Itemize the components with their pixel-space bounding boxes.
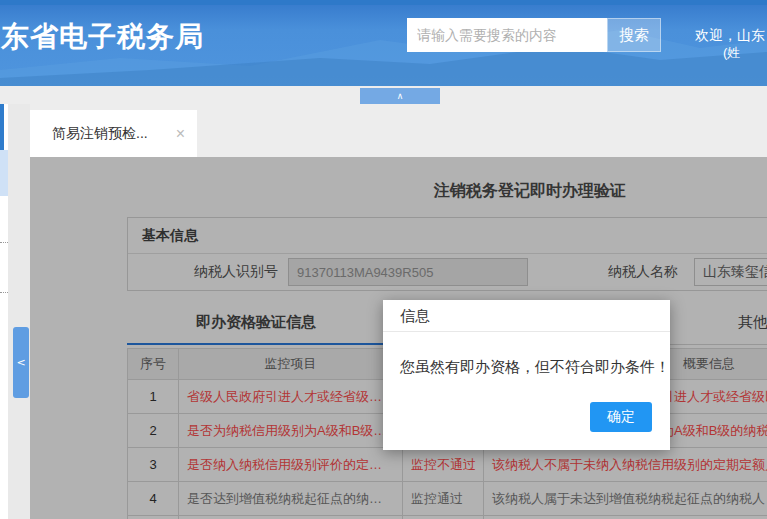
welcome-line-2: (姓: [695, 44, 767, 62]
left-rail: [0, 104, 8, 519]
rail-highlight: [0, 150, 8, 196]
chevron-left-icon: <: [16, 356, 25, 369]
tab-strip: ∧ 简易注销预检... ×: [0, 86, 767, 157]
rail-active-indicator: [0, 104, 4, 150]
site-title: 山东省电子税务局: [0, 18, 204, 56]
header-search: 搜索: [407, 18, 661, 52]
dialog-title: 信息: [383, 300, 670, 332]
close-icon[interactable]: ×: [176, 126, 185, 142]
collapse-sidebar-button[interactable]: <: [13, 327, 29, 398]
app-header: 山东省电子税务局 搜索 欢迎，山东 (姓: [0, 0, 767, 86]
collapse-header-button[interactable]: ∧: [360, 88, 440, 104]
tab-label: 简易注销预检...: [52, 125, 148, 143]
rail-divider: [0, 242, 8, 243]
info-dialog: 信息 您虽然有即办资格，但不符合即办条件！ 确定: [383, 300, 670, 450]
welcome-text: 欢迎，山东 (姓: [695, 26, 767, 62]
welcome-line-1: 欢迎，山东: [695, 26, 767, 44]
sidebar-gutter: <: [8, 104, 30, 519]
chevron-up-icon: ∧: [397, 91, 404, 101]
search-button[interactable]: 搜索: [607, 18, 661, 52]
dialog-message: 您虽然有即办资格，但不符合即办条件！: [383, 332, 670, 377]
site-title-clip: 山东省电子税务局: [0, 18, 215, 60]
confirm-button[interactable]: 确定: [590, 402, 652, 432]
search-input[interactable]: [407, 18, 607, 52]
tab-simple-deregistration[interactable]: 简易注销预检... ×: [30, 110, 197, 157]
rail-divider: [0, 292, 8, 293]
